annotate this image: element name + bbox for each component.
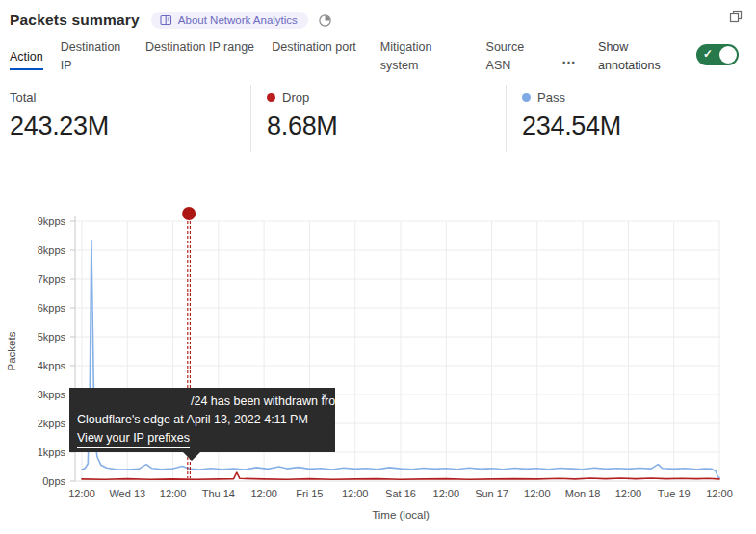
close-icon[interactable]: × — [321, 390, 328, 403]
drop-legend-dot — [267, 93, 275, 102]
y-tick-label: 3kpps — [38, 389, 66, 400]
more-tabs-button[interactable]: … — [561, 50, 577, 66]
stat-value: 8.68M — [267, 112, 338, 141]
x-tick-label: Thu 14 — [202, 488, 235, 499]
y-tick-label: 5kpps — [38, 331, 66, 343]
tooltip-line1: /24 has been withdrawn from — [77, 393, 326, 411]
annotation-dot — [182, 207, 196, 220]
view-ip-prefixes-link[interactable]: View your IP prefixes — [77, 429, 190, 448]
stat-label: Drop — [282, 90, 309, 105]
x-tick-label: 12:00 — [706, 488, 733, 499]
x-tick-label: 12:00 — [615, 488, 642, 499]
tab-action[interactable]: Action — [10, 48, 43, 70]
about-badge-label: About Network Analytics — [178, 14, 298, 26]
x-axis-title: Time (local) — [372, 509, 430, 521]
stat-value: 243.23M — [10, 112, 109, 141]
y-tick-label: 2kpps — [38, 418, 66, 429]
x-tick-label: Mon 18 — [565, 488, 601, 499]
x-tick-label: 12:00 — [342, 488, 369, 499]
y-tick-label: 7kpps — [38, 273, 66, 285]
book-icon — [160, 14, 172, 26]
show-annotations-label: Show annotations — [598, 38, 679, 76]
x-tick-label: 12:00 — [160, 488, 187, 499]
stat-total: Total243.23M — [10, 90, 109, 141]
y-axis-title: Packets — [6, 331, 17, 370]
x-tick-label: 12:00 — [68, 488, 95, 499]
check-icon: ✓ — [703, 47, 713, 61]
y-tick-label: 1kpps — [38, 446, 66, 458]
header: Packets summary About Network Analytics — [0, 0, 756, 31]
dimension-tabs: ActionDestination IPDestination IP range… — [0, 33, 756, 79]
stat-label: Total — [10, 90, 36, 105]
tab-destination-port[interactable]: Destination port — [272, 38, 363, 60]
stat-value: 234.54M — [522, 112, 621, 141]
packets-summary-card: Packets summary About Network Analytics — [0, 0, 756, 534]
y-tick-label: 8kpps — [38, 244, 66, 256]
x-tick-label: Sat 16 — [385, 488, 416, 499]
time-period-icon[interactable] — [318, 13, 332, 28]
toggle-knob — [719, 46, 737, 64]
packets-line-chart[interactable]: 0pps1kpps2kpps3kpps4kpps5kpps6kpps7kpps8… — [0, 202, 756, 534]
x-tick-label: 12:00 — [433, 488, 460, 499]
x-tick-label: Tue 19 — [658, 488, 691, 499]
stats-row: Total243.23MDrop8.68MPass234.54M — [0, 85, 756, 160]
stat-label: Pass — [537, 90, 565, 105]
tooltip-pointer — [182, 451, 201, 461]
stat-drop: Drop8.68M — [267, 90, 338, 141]
stat-pass: Pass234.54M — [522, 90, 621, 141]
pass-legend-dot — [522, 93, 531, 102]
tab-source-asn[interactable]: Source ASN — [486, 38, 545, 79]
x-tick-label: 12:00 — [524, 488, 551, 499]
stat-divider — [250, 85, 251, 152]
tab-destination-ip-range[interactable]: Destination IP range — [145, 38, 254, 60]
stat-divider — [506, 85, 507, 152]
x-tick-label: Wed 13 — [109, 488, 145, 499]
show-annotations-toggle[interactable]: ✓ — [696, 44, 739, 65]
expand-window-icon[interactable] — [728, 9, 743, 24]
y-tick-label: 9kpps — [38, 216, 66, 227]
tooltip-line2: Cloudflare's edge at April 13, 2022 4:11… — [77, 411, 326, 429]
tab-mitigation-system[interactable]: Mitigation system — [380, 38, 469, 79]
x-tick-label: 12:00 — [250, 488, 277, 499]
y-tick-label: 0pps — [42, 475, 65, 487]
page-title: Packets summary — [10, 12, 140, 29]
tab-destination-ip[interactable]: Destination IP — [61, 38, 128, 79]
y-tick-label: 4kpps — [38, 360, 66, 371]
annotation-tooltip: × /24 has been withdrawn from Cloudflare… — [69, 388, 335, 452]
x-tick-label: Fri 15 — [296, 488, 323, 499]
about-network-analytics-badge[interactable]: About Network Analytics — [151, 12, 308, 29]
y-tick-label: 6kpps — [38, 302, 66, 314]
x-tick-label: Sun 17 — [475, 488, 508, 499]
